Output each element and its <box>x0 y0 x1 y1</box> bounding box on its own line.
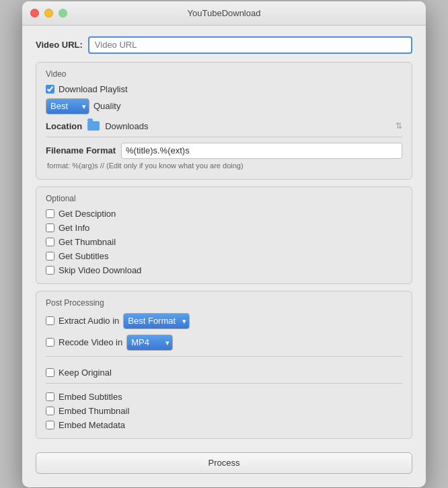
minimize-button[interactable] <box>44 9 53 18</box>
keep-original-label: Keep Original <box>59 368 112 378</box>
embed-metadata-row: Embed Metadata <box>46 420 402 430</box>
optional-section: Optional Get Desciption Get Info Get Thu… <box>36 186 412 284</box>
quality-select-wrapper: Best 1080p 720p 480p 360p <box>46 98 89 114</box>
url-label: Video URL: <box>36 40 83 50</box>
content-area: Video URL: Video Download Playlist Best … <box>22 26 426 487</box>
location-area: Location Downloads ⇅ <box>46 121 402 131</box>
process-button[interactable]: Process <box>36 452 412 474</box>
embed-thumbnail-checkbox[interactable] <box>46 407 54 415</box>
quality-label: Quality <box>94 101 120 111</box>
extract-audio-row: Extract Audio in Best Format MP3 AAC FLA… <box>46 313 402 329</box>
keep-original-row: Keep Original <box>46 362 402 378</box>
video-format-select[interactable]: MP4 MKV AVI FLV WEBM <box>126 335 173 351</box>
get-info-label: Get Info <box>59 223 89 233</box>
get-subtitles-label: Get Subtitles <box>59 251 108 261</box>
maximize-button[interactable] <box>59 9 67 18</box>
optional-item-3: Get Subtitles <box>46 251 402 261</box>
embed-subtitles-checkbox[interactable] <box>46 392 54 401</box>
recode-video-checkbox[interactable] <box>46 338 54 347</box>
url-row: Video URL: <box>36 36 412 54</box>
optional-item-0: Get Desciption <box>46 209 402 219</box>
divider-3 <box>46 383 402 384</box>
titlebar: YouTubeDownload <box>22 1 426 26</box>
skip-video-checkbox[interactable] <box>46 266 54 275</box>
video-section: Video Download Playlist Best 1080p 720p … <box>36 62 412 180</box>
quality-select[interactable]: Best 1080p 720p 480p 360p <box>46 98 89 114</box>
download-playlist-checkbox[interactable] <box>46 85 54 94</box>
location-arrows[interactable]: ⇅ <box>396 121 402 131</box>
extract-audio-label: Extract Audio in <box>59 316 119 326</box>
close-button[interactable] <box>30 9 39 18</box>
window-title: YouTubeDownload <box>188 8 261 18</box>
optional-item-2: Get Thumbnail <box>46 237 402 247</box>
embed-subtitles-label: Embed Subtitles <box>59 392 122 402</box>
get-thumbnail-label: Get Thumbnail <box>59 237 116 247</box>
keep-original-checkbox[interactable] <box>46 368 54 377</box>
embed-thumbnail-label: Embed Thumbnail <box>59 406 129 416</box>
folder-icon <box>87 121 100 131</box>
skip-video-label: Skip Video Download <box>59 265 141 275</box>
embed-metadata-checkbox[interactable] <box>46 421 54 429</box>
location-left: Location Downloads <box>46 121 149 131</box>
quality-row: Best 1080p 720p 480p 360p Quality <box>46 98 402 114</box>
optional-item-1: Get Info <box>46 223 402 233</box>
recode-video-row: Recode Video in MP4 MKV AVI FLV WEBM <box>46 335 402 351</box>
main-window: YouTubeDownload Video URL: Video Downloa… <box>22 1 426 487</box>
format-hint: format: %(arg)s // (Edit only if you kno… <box>47 162 402 170</box>
get-description-label: Get Desciption <box>59 209 116 219</box>
get-info-checkbox[interactable] <box>46 223 54 232</box>
embed-subtitles-row: Embed Subtitles <box>46 392 402 402</box>
get-thumbnail-checkbox[interactable] <box>46 238 54 246</box>
optional-section-title: Optional <box>46 194 402 203</box>
extract-audio-checkbox[interactable] <box>46 316 54 325</box>
embed-metadata-label: Embed Metadata <box>59 420 125 430</box>
filename-input[interactable] <box>121 143 402 159</box>
window-controls <box>30 9 67 18</box>
divider-1 <box>46 137 402 137</box>
audio-format-select[interactable]: Best Format MP3 AAC FLAC OGG WAV <box>123 313 190 329</box>
optional-item-4: Skip Video Download <box>46 265 402 275</box>
post-processing-title: Post Processing <box>46 298 402 308</box>
get-subtitles-checkbox[interactable] <box>46 252 54 260</box>
url-input[interactable] <box>88 36 412 54</box>
get-description-checkbox[interactable] <box>46 209 54 218</box>
filename-row: Filename Format <box>46 143 402 159</box>
video-format-select-wrapper: MP4 MKV AVI FLV WEBM <box>126 335 173 351</box>
recode-video-label: Recode Video in <box>59 337 122 347</box>
audio-format-select-wrapper: Best Format MP3 AAC FLAC OGG WAV <box>123 313 190 329</box>
location-value: Downloads <box>105 121 148 131</box>
download-playlist-label: Download Playlist <box>59 84 128 94</box>
embed-section: Embed Subtitles Embed Thumbnail Embed Me… <box>46 389 402 430</box>
divider-2 <box>46 356 402 357</box>
location-label: Location <box>46 121 82 131</box>
filename-label: Filename Format <box>46 145 116 155</box>
video-section-title: Video <box>46 69 402 79</box>
post-processing-section: Post Processing Extract Audio in Best Fo… <box>36 291 412 439</box>
embed-thumbnail-row: Embed Thumbnail <box>46 406 402 416</box>
download-playlist-row: Download Playlist <box>46 84 402 94</box>
